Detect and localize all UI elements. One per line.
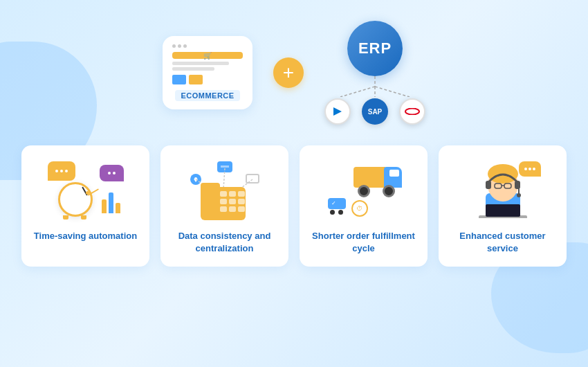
truck-cab (384, 167, 402, 188)
dot (183, 44, 187, 48)
erp-section: ERP SAP (324, 21, 425, 125)
cart-wheel (330, 210, 335, 215)
folder-dot (229, 199, 236, 204)
svg-marker-4 (333, 107, 342, 116)
delivery-scene: ✓ ⏱ (322, 161, 405, 220)
feature-card-shorter-order: ✓ ⏱ Shorter order fulfillment cycle (300, 145, 428, 267)
cart-icon: 🛒 (203, 52, 212, 60)
chat-dot (55, 170, 58, 172)
folder-dot (220, 191, 227, 197)
cart-basket: ✓ (328, 198, 346, 209)
truck-window (389, 170, 399, 177)
browser-box-blue (172, 75, 186, 84)
ecommerce-label: ECOMMERCE (175, 90, 239, 101)
dynamics-logo (324, 98, 351, 125)
svg-marker-9 (194, 179, 198, 182)
browser-box-orange (189, 75, 203, 84)
svg-point-5 (405, 109, 419, 115)
chat-dot (60, 170, 63, 172)
time-saving-icon-area (30, 159, 141, 222)
delivery-icon-area: ✓ ⏱ (308, 159, 419, 222)
checkmark-icon: ✓ (331, 200, 336, 206)
folder-body (201, 187, 246, 220)
data-scene (187, 161, 263, 220)
node-top (217, 161, 232, 172)
browser-dots (172, 44, 187, 48)
dot (178, 44, 181, 48)
dot (172, 44, 176, 48)
feature-card-customer-service: Enhanced customer service (439, 145, 567, 267)
truck-wheel-right (383, 185, 395, 197)
clock-body (58, 182, 93, 217)
bar (102, 199, 107, 213)
feature-card-title: Time-saving automation (34, 230, 137, 242)
clock-stand-right (81, 215, 86, 220)
chat-bubble-purple (100, 165, 124, 181)
shopping-cart: ✓ (328, 198, 349, 215)
bars-area (102, 193, 120, 213)
credit-card-icon (221, 163, 229, 170)
browser-line-row (172, 75, 243, 84)
browser-line (172, 67, 214, 71)
sap-label: SAP (368, 108, 383, 116)
sap-logo: SAP (362, 98, 388, 125)
cart-wheel (338, 210, 343, 215)
chat-dot (533, 168, 535, 170)
customer-scene (465, 161, 541, 220)
chat-dot (108, 172, 111, 174)
truck-body (352, 167, 402, 192)
svg-rect-24 (486, 204, 520, 217)
erp-circle: ERP (347, 21, 403, 76)
folder-grid (220, 191, 245, 212)
svg-line-3 (375, 87, 410, 97)
folder-dot (229, 206, 236, 212)
erp-connector-lines (327, 76, 423, 97)
folder-dot (220, 206, 227, 212)
truck-wheel-left (358, 185, 370, 197)
svg-rect-16 (486, 181, 491, 189)
folder-dot (229, 191, 236, 197)
chat-dot (529, 168, 531, 170)
folder-dot (238, 199, 245, 204)
clock-center (86, 191, 89, 195)
clock-stand-left (63, 215, 68, 220)
sub-logos: SAP (324, 98, 425, 125)
bottom-section: Time-saving automation (0, 138, 588, 267)
node-left (190, 174, 201, 185)
feature-card-data-consistency: Data consistency and centralization (160, 145, 288, 267)
feature-card-title: Shorter order fulfillment cycle (308, 230, 419, 255)
delivery-clock: ⏱ (351, 200, 368, 217)
svg-line-1 (340, 87, 375, 97)
svg-point-19 (517, 193, 521, 197)
dynamics-icon (332, 106, 343, 117)
node-right (246, 174, 259, 184)
feature-card-title: Enhanced customer service (447, 230, 558, 255)
oracle-icon (405, 108, 420, 115)
oracle-logo (399, 98, 425, 125)
ecommerce-card: 🛒 ECOMMERCE (163, 36, 252, 109)
automation-scene (48, 161, 124, 220)
browser-lines (172, 62, 243, 84)
chat-dot (113, 172, 116, 174)
svg-rect-7 (221, 165, 229, 168)
browser-line (172, 62, 229, 65)
folder-dot (220, 199, 227, 204)
chat-bubble-orange (48, 161, 75, 181)
chat-dot (65, 170, 68, 172)
bar (109, 193, 113, 213)
customer-icon-area (447, 159, 558, 222)
top-section: 🛒 ECOMMERCE + ERP (0, 0, 588, 138)
truck-cargo (353, 167, 385, 188)
feature-card-time-saving: Time-saving automation (21, 145, 149, 267)
folder-dot (238, 191, 245, 197)
browser-content: 🛒 (172, 52, 243, 84)
bar (116, 203, 120, 213)
erp-label: ERP (358, 39, 392, 57)
plus-button: + (273, 57, 304, 88)
folder-dot (238, 206, 245, 212)
data-consistency-icon-area (169, 159, 280, 222)
location-icon (193, 177, 199, 182)
chat-bubble-customer (519, 161, 541, 177)
chat-dot (524, 168, 527, 170)
feature-card-title: Data consistency and centralization (169, 230, 280, 255)
